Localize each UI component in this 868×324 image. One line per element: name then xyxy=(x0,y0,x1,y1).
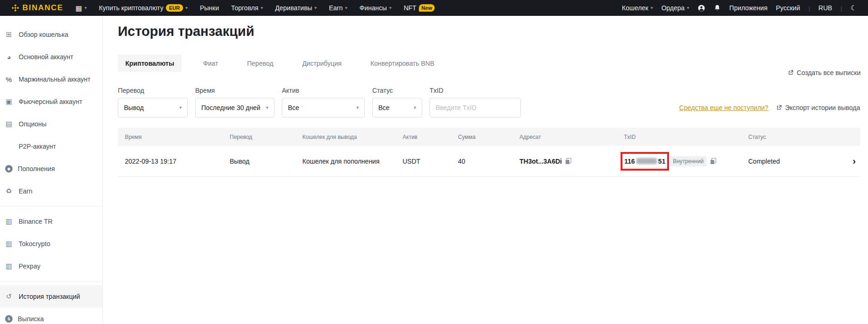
nav-buy-crypto-label: Купить криптовалюту xyxy=(99,4,164,12)
nav-markets[interactable]: Рынки xyxy=(200,4,219,12)
row-time: 2022-09-13 19:17 xyxy=(125,158,230,165)
language-label: Русский xyxy=(776,4,800,12)
col-header-time: Время xyxy=(125,134,230,140)
nav-wallet-menu[interactable]: Кошелек ▾ xyxy=(622,4,653,12)
nav-apps-label: Приложения xyxy=(729,4,767,12)
copy-txid-icon[interactable] xyxy=(711,158,716,164)
nav-earn[interactable]: Earn ▾ xyxy=(329,4,348,12)
tab-crypto[interactable]: Криптовалюты xyxy=(118,55,182,72)
caret-down-icon: ▾ xyxy=(687,6,689,10)
nav-nft-label: NFT xyxy=(403,4,416,12)
sidebar-item-main-account[interactable]: ◕ Основной аккаунт xyxy=(0,46,103,68)
sidebar-item-margin-account[interactable]: % Маржинальный аккаунт xyxy=(0,68,103,90)
sidebar-item-label: Опционы xyxy=(19,120,47,128)
tab-fiat[interactable]: Фиат xyxy=(196,55,226,72)
page-title: История транзакций xyxy=(118,22,860,40)
txid-highlight-box: 116 51 xyxy=(621,152,669,171)
time-filter-dropdown[interactable]: Последние 30 дней ▾ xyxy=(195,98,274,117)
row-status: Completed xyxy=(748,158,850,165)
copy-address-icon[interactable] xyxy=(566,158,571,164)
create-all-statements-label: Создать все выписки xyxy=(797,69,861,76)
language-selector[interactable]: Русский xyxy=(776,4,800,12)
nav-separator: | xyxy=(841,5,842,12)
nav-buy-crypto[interactable]: Купить криптовалюту EUR ▾ xyxy=(99,4,188,12)
sidebar-item-pexpay[interactable]: ▥ Pexpay xyxy=(0,255,103,277)
caret-down-icon: ▾ xyxy=(345,6,348,10)
caret-down-icon: ▾ xyxy=(314,6,317,10)
options-icon: ▤ xyxy=(4,120,14,128)
apps-grid-menu[interactable]: ▦ ▾ xyxy=(75,5,87,12)
caret-down-icon: ▾ xyxy=(650,6,653,10)
card-icon: ▥ xyxy=(4,262,14,270)
nav-nft[interactable]: NFT New xyxy=(403,4,435,12)
wallet-overview-icon: ⊞ xyxy=(4,30,14,39)
sidebar-item-label: Tokocrypto xyxy=(19,240,50,248)
history-tabs: Криптовалюты Фиат Перевод Дистрибуция Ко… xyxy=(118,55,860,72)
time-filter-label: Время xyxy=(195,87,274,94)
status-filter-label: Статус xyxy=(372,87,422,94)
sidebar-item-options[interactable]: ▤ Опционы xyxy=(0,113,103,135)
table-row[interactable]: 2022-09-13 19:17 Вывод Кошелек для попол… xyxy=(118,146,860,177)
funds-not-arrived-link[interactable]: Средства еще не поступили? xyxy=(679,104,768,111)
nav-derivatives-label: Деривативы xyxy=(275,4,312,12)
tab-convert-bnb[interactable]: Конвертировать BNB xyxy=(363,55,442,72)
sidebar-item-futures-account[interactable]: ▣ Фьючерсный аккаунт xyxy=(0,90,103,113)
txid-redacted-blur xyxy=(636,158,657,164)
sidebar-item-earn[interactable]: ♻ Earn xyxy=(0,180,103,202)
wallet-sidebar: ⊞ Обзор кошелька ◕ Основной аккаунт % Ма… xyxy=(0,16,103,324)
export-withdraw-history-link[interactable]: Экспорт истории вывода xyxy=(776,104,860,111)
status-filter-dropdown[interactable]: Все ▾ xyxy=(372,98,422,117)
txid-end: 51 xyxy=(658,158,666,165)
row-asset: USDT xyxy=(403,158,458,165)
table-header-row: Время Перевод Кошелек для вывода Актив С… xyxy=(118,128,860,146)
caret-down-icon: ▾ xyxy=(356,105,359,110)
asset-filter-dropdown[interactable]: Все ▾ xyxy=(282,98,365,117)
row-txid-cell: 116 51 Внутренний xyxy=(624,152,748,171)
sidebar-item-tokocrypto[interactable]: ▥ Tokocrypto xyxy=(0,233,103,255)
nav-trade[interactable]: Торговля ▾ xyxy=(231,4,263,12)
binance-diamond-icon xyxy=(11,4,20,12)
user-profile-icon[interactable] xyxy=(697,4,705,12)
sidebar-item-p2p-account[interactable]: P2P-аккаунт xyxy=(0,135,103,158)
sidebar-item-label: Пополнения xyxy=(18,165,55,172)
sidebar-divider xyxy=(0,281,103,282)
deposits-icon: ◆ xyxy=(5,165,13,172)
row-details-chevron-icon[interactable]: › xyxy=(850,156,860,166)
card-icon: ▥ xyxy=(4,217,14,226)
notifications-bell-icon[interactable] xyxy=(714,4,721,12)
top-navbar: BINANCE ▦ ▾ Купить криптовалюту EUR ▾ Ры… xyxy=(0,0,868,16)
sidebar-item-deposits[interactable]: ◆ Пополнения xyxy=(0,158,103,180)
nav-trade-label: Торговля xyxy=(231,4,258,12)
sidebar-item-binance-tr[interactable]: ▥ Binance TR xyxy=(0,210,103,233)
external-link-icon xyxy=(787,69,794,76)
sidebar-item-label: Pexpay xyxy=(19,262,41,270)
col-header-txid: TxID xyxy=(624,134,748,140)
txid-input[interactable] xyxy=(430,98,521,117)
nav-orders-menu[interactable]: Ордера ▾ xyxy=(661,4,689,12)
sidebar-item-wallet-overview[interactable]: ⊞ Обзор кошелька xyxy=(0,23,103,46)
filters-row: Перевод Вывод ▾ Время Последние 30 дней … xyxy=(118,87,860,117)
caret-down-icon: ▾ xyxy=(266,105,268,110)
transfer-filter-dropdown[interactable]: Вывод ▾ xyxy=(118,98,188,117)
create-all-statements-link[interactable]: Создать все выписки xyxy=(787,69,861,76)
nav-apps[interactable]: Приложения xyxy=(729,4,767,12)
caret-down-icon: ▾ xyxy=(84,6,87,10)
sidebar-item-label: Обзор кошелька xyxy=(19,31,68,38)
theme-moon-icon[interactable]: ☾ xyxy=(851,4,857,12)
sidebar-item-transaction-history[interactable]: ↺ История транзакций xyxy=(0,285,103,308)
nav-markets-label: Рынки xyxy=(200,4,219,12)
history-icon: ↺ xyxy=(4,292,14,301)
nav-separator: | xyxy=(808,5,810,12)
sidebar-item-statement[interactable]: $ Выписка xyxy=(0,308,103,324)
external-link-icon xyxy=(776,104,782,111)
transfer-filter-label: Перевод xyxy=(118,87,188,94)
sidebar-item-label: Основной аккаунт xyxy=(19,53,73,61)
currency-selector[interactable]: RUB xyxy=(819,4,833,12)
nav-finance[interactable]: Финансы ▾ xyxy=(360,4,392,12)
tab-transfer[interactable]: Перевод xyxy=(239,55,280,72)
tab-distribution[interactable]: Дистрибуция xyxy=(295,55,349,72)
sidebar-item-label: История транзакций xyxy=(19,293,80,300)
binance-logo[interactable]: BINANCE xyxy=(11,3,63,13)
txid-start: 116 xyxy=(624,158,635,165)
nav-derivatives[interactable]: Деривативы ▾ xyxy=(275,4,317,12)
